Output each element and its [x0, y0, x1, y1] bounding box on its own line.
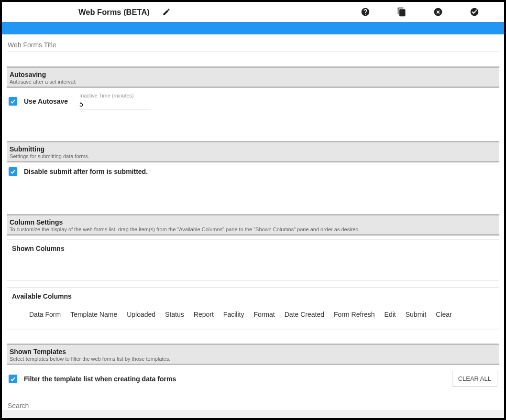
edit-icon[interactable] [162, 8, 171, 16]
section-desc: Autosave after a set interval. [10, 79, 496, 85]
clear-all-button[interactable]: CLEAR ALL [452, 371, 497, 387]
section-desc: To customize the display of the web form… [10, 226, 496, 232]
disable-submit-checkbox[interactable] [9, 167, 17, 176]
available-column-chip[interactable]: Edit [385, 311, 396, 318]
section-body-submitting: Disable submit after form is submitted. [7, 162, 499, 193]
page-title: Web Forms (BETA) [78, 8, 150, 17]
templates-row: Filter the template list when creating d… [7, 365, 499, 388]
available-columns-title: Available Columns [12, 292, 494, 300]
available-column-chip[interactable]: Submit [406, 311, 427, 318]
inactive-time-label: Inactive Time (minutes) [79, 93, 151, 98]
shown-columns-pane[interactable]: Shown Columns [7, 239, 499, 280]
main-scroll-area[interactable]: Autosaving Autosave after a set interval… [2, 34, 504, 410]
available-column-chip[interactable]: Facility [223, 311, 244, 318]
section-title: Column Settings [10, 218, 496, 226]
disable-submit-label: Disable submit after form is submitted. [24, 168, 148, 175]
topbar: Web Forms (BETA) [2, 2, 504, 22]
available-column-chip[interactable]: Form Refresh [334, 311, 375, 318]
use-autosave-checkbox[interactable] [9, 97, 17, 106]
use-autosave-label: Use Autosave [24, 97, 68, 105]
available-column-chip[interactable]: Clear [436, 311, 451, 318]
help-icon[interactable] [361, 7, 370, 17]
available-column-chip[interactable]: Report [194, 311, 214, 318]
section-header-shown-templates: Shown Templates Select templates below t… [7, 344, 499, 365]
section-title: Submitting [10, 145, 496, 153]
available-column-chip[interactable]: Uploaded [127, 311, 155, 318]
filter-templates-checkbox[interactable] [9, 375, 17, 383]
available-column-chip[interactable]: Template Name [70, 311, 117, 318]
section-header-autosaving: Autosaving Autosave after a set interval… [7, 66, 499, 88]
inactive-time-input[interactable] [79, 99, 151, 109]
available-column-chip[interactable]: Format [253, 311, 275, 318]
cancel-icon[interactable] [433, 7, 443, 17]
templates-search-input[interactable] [7, 391, 499, 410]
available-column-chip[interactable]: Data Form [29, 311, 61, 318]
filter-templates-label: Filter the template list when creating d… [24, 375, 176, 383]
section-title: Autosaving [10, 71, 496, 78]
copy-icon[interactable] [397, 7, 407, 17]
section-header-column-settings: Column Settings To customize the display… [7, 214, 499, 236]
section-desc: Settings for submitting data forms. [10, 153, 496, 159]
accent-bar [2, 22, 504, 34]
section-title: Shown Templates [10, 348, 496, 355]
section-header-submitting: Submitting Settings for submitting data … [7, 141, 499, 162]
horizontal-scrollbar[interactable] [2, 410, 504, 418]
topbar-actions [361, 7, 493, 17]
available-columns-pane[interactable]: Available Columns Data FormTemplate Name… [7, 287, 499, 329]
available-column-chip[interactable]: Date Created [285, 311, 324, 318]
shown-columns-title: Shown Columns [12, 245, 494, 252]
available-column-chip[interactable]: Status [165, 311, 184, 318]
available-columns-list: Data FormTemplate NameUploadedStatusRepo… [12, 303, 494, 320]
web-forms-title-input[interactable] [7, 35, 499, 52]
section-body-autosaving: Use Autosave Inactive Time (minutes) [7, 88, 499, 127]
confirm-icon[interactable] [470, 7, 479, 17]
section-desc: Select templates below to filter the web… [10, 356, 496, 362]
